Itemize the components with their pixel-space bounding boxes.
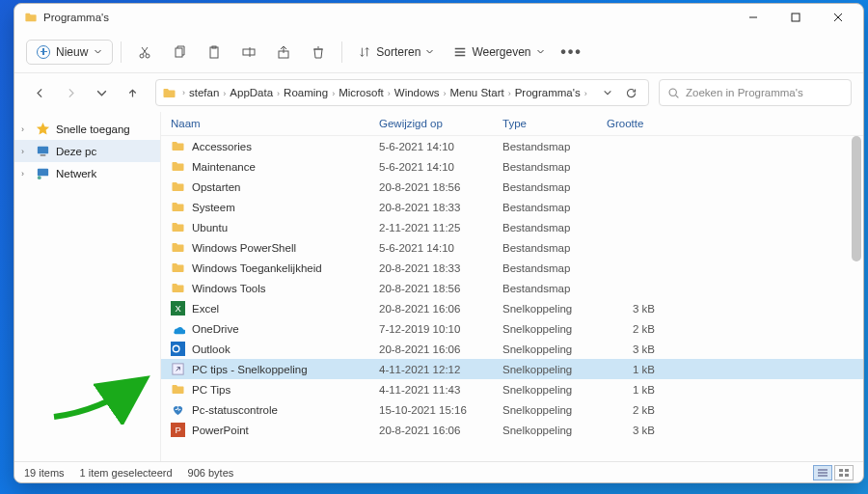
- folder-icon: [24, 11, 38, 24]
- crumb-appdata[interactable]: AppData: [228, 87, 275, 98]
- details-view-button[interactable]: [813, 465, 832, 480]
- status-bar: 19 items 1 item geselecteerd 906 bytes: [14, 461, 863, 482]
- view-button[interactable]: Weergeven: [446, 41, 552, 64]
- chevron-down-icon: [425, 47, 434, 56]
- col-type[interactable]: Type: [502, 118, 607, 129]
- new-button[interactable]: Nieuw: [26, 40, 113, 65]
- col-name[interactable]: Naam: [171, 118, 379, 129]
- share-button[interactable]: [268, 37, 299, 68]
- file-row[interactable]: PC tips - Snelkoppeling4-11-2021 12:12Sn…: [161, 359, 863, 379]
- file-modified: 20-8-2021 18:56: [379, 283, 502, 294]
- more-button[interactable]: •••: [556, 37, 587, 68]
- sidebar-item-snelle-toegang[interactable]: ›Snelle toegang: [14, 118, 160, 140]
- breadcrumb[interactable]: stefan›AppData›Roaming›Microsoft›Windows…: [187, 87, 589, 98]
- file-row[interactable]: Ubuntu2-11-2021 11:25Bestandsmap: [161, 217, 863, 237]
- separator: [341, 41, 342, 63]
- file-name: Opstarten: [192, 181, 241, 193]
- file-modified: 4-11-2021 11:43: [379, 384, 502, 396]
- file-type: Snelkoppeling: [502, 364, 607, 375]
- file-type: Bestandsmap: [502, 283, 607, 294]
- chevron-down-icon: [536, 47, 545, 56]
- file-row[interactable]: Windows Tools20-8-2021 18:56Bestandsmap: [161, 278, 863, 298]
- file-row[interactable]: Windows Toegankelijkheid20-8-2021 18:33B…: [161, 258, 863, 278]
- file-row[interactable]: Windows PowerShell5-6-2021 14:10Bestands…: [161, 237, 863, 258]
- file-row[interactable]: Maintenance5-6-2021 14:10Bestandsmap: [161, 156, 863, 177]
- sidebar-item-netwerk[interactable]: ›Netwerk: [14, 162, 160, 184]
- file-name: Accessories: [192, 141, 252, 152]
- refresh-button[interactable]: [619, 87, 642, 99]
- file-name: Maintenance: [192, 161, 256, 173]
- copy-button[interactable]: [164, 37, 195, 68]
- navigation-pane[interactable]: ›Snelle toegang›Deze pc›Netwerk: [14, 112, 161, 461]
- close-button[interactable]: [817, 4, 859, 31]
- forward-button[interactable]: [57, 79, 84, 106]
- up-button[interactable]: [119, 79, 146, 106]
- file-size: 1 kB: [607, 364, 655, 375]
- file-name: Windows Tools: [192, 283, 266, 294]
- file-row[interactable]: Pc-statuscontrole15-10-2021 15:16Snelkop…: [161, 399, 863, 420]
- scrollbar-thumb[interactable]: [852, 136, 861, 261]
- col-size[interactable]: Grootte: [607, 118, 643, 129]
- file-row[interactable]: PPowerPoint20-8-2021 16:06Snelkoppeling3…: [161, 420, 863, 440]
- file-size: 2 kB: [607, 404, 655, 416]
- file-row[interactable]: OneDrive7-12-2019 10:10Snelkoppeling2 kB: [161, 318, 863, 339]
- delete-button[interactable]: [303, 37, 334, 68]
- file-row[interactable]: XExcel20-8-2021 16:06Snelkoppeling3 kB: [161, 298, 863, 318]
- file-size: 2 kB: [607, 323, 655, 335]
- column-headers[interactable]: Naam Gewijzigd op Type Grootte: [161, 112, 863, 136]
- crumb-sep: ›: [180, 88, 187, 97]
- recent-button[interactable]: [88, 79, 115, 106]
- scrollbar[interactable]: [850, 136, 861, 461]
- cut-button[interactable]: [129, 37, 160, 68]
- minimize-button[interactable]: [732, 4, 774, 31]
- nav-bar: › stefan›AppData›Roaming›Microsoft›Windo…: [14, 73, 863, 112]
- address-dropdown[interactable]: [596, 87, 619, 99]
- file-modified: 4-11-2021 12:12: [379, 364, 502, 375]
- selection-size: 906 bytes: [188, 467, 234, 479]
- paste-button[interactable]: [199, 37, 230, 68]
- sort-button[interactable]: Sorteren: [350, 41, 442, 64]
- icons-view-button[interactable]: [834, 465, 854, 480]
- file-modified: 5-6-2021 14:10: [379, 161, 502, 173]
- address-bar[interactable]: › stefan›AppData›Roaming›Microsoft›Windo…: [155, 79, 649, 106]
- file-modified: 7-12-2019 10:10: [379, 323, 502, 335]
- file-type: Bestandsmap: [502, 222, 607, 233]
- file-modified: 5-6-2021 14:10: [379, 242, 502, 254]
- back-button[interactable]: [26, 79, 53, 106]
- crumb-roaming[interactable]: Roaming: [282, 87, 330, 98]
- maximize-button[interactable]: [774, 4, 817, 31]
- file-name: Ubuntu: [192, 222, 228, 233]
- titlebar[interactable]: Programma's: [14, 4, 863, 31]
- file-list[interactable]: Accessories5-6-2021 14:10BestandsmapMain…: [161, 136, 863, 461]
- crumb-windows[interactable]: Windows: [393, 87, 442, 98]
- crumb-programma's[interactable]: Programma's: [513, 87, 583, 98]
- file-row[interactable]: Outlook20-8-2021 16:06Snelkoppeling3 kB: [161, 339, 863, 359]
- file-modified: 20-8-2021 18:56: [379, 181, 502, 193]
- file-name: Windows Toegankelijkheid: [192, 262, 322, 274]
- file-row[interactable]: PC Tips4-11-2021 11:43Snelkoppeling1 kB: [161, 379, 863, 399]
- file-row[interactable]: Opstarten20-8-2021 18:56Bestandsmap: [161, 177, 863, 197]
- rename-button[interactable]: [233, 37, 264, 68]
- crumb-stefan[interactable]: stefan: [187, 87, 221, 98]
- crumb-microsoft[interactable]: Microsoft: [337, 87, 386, 98]
- chevron-down-icon: [94, 47, 102, 56]
- svg-rect-22: [839, 474, 843, 477]
- file-row[interactable]: Accessories5-6-2021 14:10Bestandsmap: [161, 136, 863, 156]
- sidebar-item-deze-pc[interactable]: ›Deze pc: [14, 140, 160, 162]
- search-input[interactable]: Zoeken in Programma's: [659, 79, 852, 106]
- file-row[interactable]: Systeem20-8-2021 18:33Bestandsmap: [161, 197, 863, 217]
- file-modified: 15-10-2021 15:16: [379, 404, 502, 416]
- content-area: ›Snelle toegang›Deze pc›Netwerk Naam Gew…: [14, 112, 863, 461]
- command-bar: Nieuw Sorteren Weergeven •••: [14, 31, 863, 73]
- col-modified[interactable]: Gewijzigd op: [379, 118, 502, 129]
- file-name: OneDrive: [192, 323, 239, 335]
- svg-rect-23: [845, 474, 849, 477]
- item-count: 19 items: [24, 467, 65, 479]
- file-type: Snelkoppeling: [502, 303, 607, 315]
- crumb-menu start[interactable]: Menu Start: [448, 87, 505, 98]
- sidebar-label: Deze pc: [56, 146, 96, 157]
- new-label: Nieuw: [56, 45, 88, 59]
- svg-text:P: P: [175, 425, 180, 435]
- file-type: Snelkoppeling: [502, 343, 607, 355]
- file-modified: 20-8-2021 18:33: [379, 262, 502, 274]
